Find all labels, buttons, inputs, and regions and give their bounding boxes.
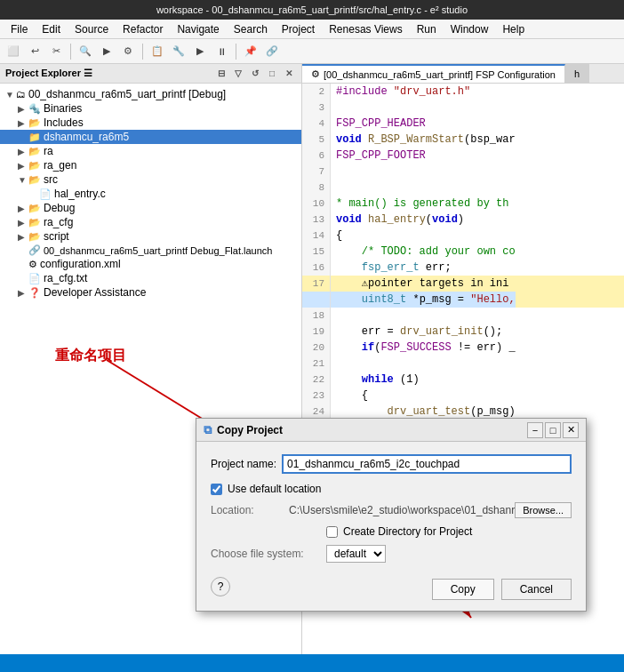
dialog-title-bar: ⧉ Copy Project − □ ✕ (196, 419, 586, 442)
toolbar-btn-10[interactable]: ⏸ (212, 42, 231, 61)
toolbar-btn-7[interactable]: 📋 (148, 42, 167, 61)
browse-button[interactable]: Browse... (515, 502, 572, 518)
max-icon[interactable]: □ (265, 67, 279, 81)
tree-item-config-xml[interactable]: ⚙ configuration.xml (0, 257, 301, 271)
toolbar-sep-3 (236, 44, 236, 60)
tree-item-ra[interactable]: ▶ 📂 ra (0, 144, 301, 158)
tree-item-dev-assist[interactable]: ▶ ❓ Developer Assistance (0, 285, 301, 300)
arrow-binaries: ▶ (18, 104, 28, 114)
tree-label-root: 00_dshanmcu_ra6m5_uart_printf [Debug] (28, 88, 226, 100)
menu-navigate[interactable]: Navigate (170, 21, 226, 37)
copy-button[interactable]: Copy (432, 579, 494, 600)
tree-label-txt: ra_cfg.txt (44, 272, 87, 284)
dialog-title-text: Copy Project (217, 424, 283, 436)
filesystem-row: Choose file system: default (211, 545, 572, 563)
dshanmcu-icon: 📁 (28, 132, 41, 143)
menu-window[interactable]: Window (444, 21, 496, 37)
tree-item-debug-flat[interactable]: 🔗 00_dshanmcu_ra6m5_uart_printf Debug_Fl… (0, 244, 301, 257)
menu-edit[interactable]: Edit (35, 21, 68, 37)
tree-label-ra-cfg: ra_cfg (44, 216, 73, 228)
use-default-location-row: Use default location (211, 483, 572, 495)
menu-source[interactable]: Source (68, 21, 116, 37)
project-name-input[interactable] (282, 454, 572, 474)
menu-file[interactable]: File (4, 21, 35, 37)
launch-icon: 🔗 (28, 244, 41, 256)
tree-item-binaries[interactable]: ▶ 🔩 Binaries (0, 101, 301, 116)
tab-fsp-config[interactable]: ⚙ [00_dshanmcu_ra6m5_uart_printf] FSP Co… (302, 64, 565, 83)
src-icon: 📂 (28, 174, 41, 186)
toolbar-btn-2[interactable]: ↩ (25, 42, 44, 61)
code-line-17: 17 ⚠pointer targets in ini (302, 276, 624, 292)
location-value: C:\Users\smile\e2_studio\workspace\01_ds… (289, 504, 515, 516)
tab-h-label: h (574, 68, 580, 79)
tree-item-root[interactable]: ▼ 🗂 00_dshanmcu_ra6m5_uart_printf [Debug… (0, 87, 301, 101)
filesystem-label: Choose file system: (211, 548, 326, 560)
toolbar-btn-5[interactable]: ▶ (97, 42, 116, 61)
arrow-ra-cfg: ▶ (18, 218, 28, 228)
location-label: Location: (211, 504, 289, 516)
project-name-label: Project name: (211, 458, 276, 470)
collapse-icon[interactable]: ⊟ (214, 67, 228, 81)
arrow-script: ▶ (18, 232, 28, 242)
code-line-22: 22 while (1) (302, 372, 624, 388)
copy-project-dialog: ⧉ Copy Project − □ ✕ Project name: Use d… (196, 418, 587, 612)
menu-search[interactable]: Search (227, 21, 275, 37)
use-default-location-checkbox[interactable] (211, 484, 222, 495)
menu-refactor[interactable]: Refactor (116, 21, 170, 37)
tree-item-ra-cfg[interactable]: ▶ 📂 ra_cfg (0, 215, 301, 229)
tree-label-flat: 00_dshanmcu_ra6m5_uart_printf Debug_Flat… (44, 245, 272, 256)
tree-label-binaries: Binaries (44, 102, 82, 115)
code-line-4: 4 FSP_CPP_HEADER (302, 116, 624, 132)
txt-icon: 📄 (28, 273, 41, 284)
help-button[interactable]: ? (211, 577, 230, 596)
menu-project[interactable]: Project (275, 21, 322, 37)
cancel-button[interactable]: Cancel (501, 579, 572, 600)
dialog-close-btn[interactable]: ✕ (563, 422, 579, 438)
toolbar-btn-12[interactable]: 🔗 (262, 42, 282, 61)
tree-label-debug: Debug (44, 202, 75, 214)
tree-item-debug[interactable]: ▶ 📂 Debug (0, 201, 301, 215)
tree-item-dshanmcu[interactable]: 📁 dshanmcu_ra6m5 (0, 130, 301, 144)
menu-run[interactable]: Run (410, 21, 444, 37)
tab-icon: ⚙ (311, 68, 320, 80)
toolbar-btn-6[interactable]: ⚙ (118, 42, 138, 61)
dialog-maximize-btn[interactable]: □ (545, 422, 561, 438)
dialog-minimize-btn[interactable]: − (527, 422, 543, 438)
tree-item-src[interactable]: ▼ 📂 src (0, 172, 301, 187)
toolbar-btn-8[interactable]: 🔧 (169, 42, 188, 61)
menu-bar: File Edit Source Refactor Navigate Searc… (0, 20, 624, 39)
panel-title: Project Explorer ☰ (5, 68, 92, 79)
code-line-13: 13 void hal_entry(void) (302, 212, 624, 228)
code-line-17b: uint8_t *p_msg = "Hello, (302, 292, 624, 308)
code-line-8: 8 (302, 180, 624, 196)
toolbar-btn-1[interactable]: ⬜ (4, 42, 23, 61)
dialog-title-icon: ⧉ (204, 423, 212, 437)
title-bar: workspace - 00_dshanmcu_ra6m5_uart_print… (0, 0, 624, 20)
tree-item-hal-entry[interactable]: 📄 hal_entry.c (0, 187, 301, 201)
code-line-14: 14 { (302, 228, 624, 244)
status-bar (0, 654, 624, 672)
tree-item-ra-cfg-txt[interactable]: 📄 ra_cfg.txt (0, 271, 301, 285)
toolbar-btn-4[interactable]: 🔍 (76, 42, 95, 61)
ra-cfg-icon: 📂 (28, 217, 41, 228)
toolbar-btn-11[interactable]: 📌 (241, 42, 260, 61)
filesystem-select[interactable]: default (326, 545, 386, 563)
toolbar-btn-9[interactable]: ▶ (190, 42, 210, 61)
create-dir-checkbox[interactable] (326, 526, 338, 538)
code-line-16: 16 fsp_err_t err; (302, 260, 624, 276)
dialog-controls: − □ ✕ (527, 422, 579, 438)
menu-renesas[interactable]: Renesas Views (322, 21, 410, 37)
tree-item-ra-gen[interactable]: ▶ 📂 ra_gen (0, 158, 301, 172)
tree-item-includes[interactable]: ▶ 📂 Includes (0, 116, 301, 130)
code-line-15: 15 /* TODO: add your own co (302, 244, 624, 260)
filter-icon[interactable]: ▽ (231, 67, 245, 81)
sync-icon[interactable]: ↺ (248, 67, 262, 81)
ra-gen-icon: 📂 (28, 160, 41, 172)
tree-item-script[interactable]: ▶ 📂 script (0, 229, 301, 244)
create-dir-row: Create Directory for Project (326, 525, 572, 538)
arrow-ra: ▶ (18, 147, 28, 156)
close-panel-icon[interactable]: ✕ (282, 67, 296, 81)
menu-help[interactable]: Help (495, 21, 532, 37)
tab-h[interactable]: h (565, 64, 589, 83)
toolbar-btn-3[interactable]: ✂ (46, 42, 66, 61)
